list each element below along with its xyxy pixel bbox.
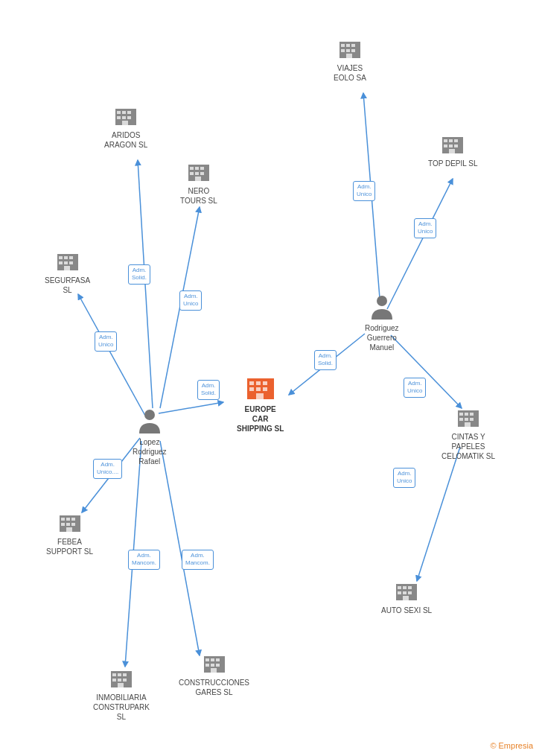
person-icon-rodriguez: [370, 294, 394, 321]
svg-rect-84: [71, 523, 75, 526]
node-rodriguez-guerrero: RodriguezGuerreroManuel: [365, 294, 399, 352]
badge-adm-solid-lopez: Adm.Solid.: [197, 380, 220, 400]
svg-rect-72: [69, 256, 73, 259]
svg-rect-60: [122, 121, 128, 125]
svg-rect-68: [195, 177, 201, 181]
node-top-depil: TOP DEPIL SL: [428, 133, 478, 168]
svg-line-0: [159, 402, 223, 413]
svg-rect-41: [459, 418, 463, 421]
svg-line-10: [391, 335, 462, 408]
svg-rect-71: [64, 256, 68, 259]
svg-rect-47: [403, 586, 406, 589]
svg-rect-55: [122, 111, 126, 114]
svg-rect-52: [403, 596, 409, 600]
badge-adm-unico-segurfasa: Adm.Unico: [95, 331, 117, 352]
building-icon-construcciones: [203, 652, 226, 676]
svg-rect-98: [205, 664, 209, 667]
svg-rect-76: [64, 266, 70, 270]
node-febea-support: FEBEASUPPORT SL: [46, 511, 93, 556]
svg-rect-59: [127, 116, 131, 119]
svg-rect-96: [211, 658, 214, 661]
svg-rect-35: [449, 149, 455, 153]
nero-tours-label: NEROTOURS SL: [180, 186, 217, 206]
building-icon-inmobiliaria: [109, 667, 133, 690]
svg-rect-74: [64, 261, 68, 264]
svg-rect-81: [71, 518, 75, 521]
svg-rect-70: [59, 256, 63, 259]
node-europe-car: EUROPECARSHIPPING SL: [237, 372, 284, 433]
svg-rect-85: [66, 527, 72, 532]
node-segurfasa: SEGURFASASL: [45, 250, 90, 295]
svg-rect-66: [195, 172, 199, 175]
building-icon-febea: [58, 511, 82, 535]
svg-rect-65: [190, 172, 194, 175]
svg-rect-26: [351, 49, 355, 52]
svg-rect-25: [346, 49, 350, 52]
europe-car-label: EUROPECARSHIPPING SL: [237, 404, 284, 433]
svg-rect-15: [263, 381, 267, 385]
badge-adm-solid-rodriguez: Adm.Solid.: [314, 350, 337, 370]
node-nero-tours: NEROTOURS SL: [180, 160, 217, 206]
node-viajes-eolo: VIAJESEOLO SA: [334, 37, 366, 83]
svg-rect-67: [200, 172, 204, 175]
svg-rect-40: [470, 413, 474, 416]
badge-adm-unico-nero: Adm.Unico: [179, 290, 202, 311]
svg-rect-18: [263, 387, 267, 391]
svg-rect-90: [112, 679, 116, 682]
svg-rect-44: [465, 422, 471, 427]
svg-rect-63: [195, 167, 199, 170]
svg-rect-13: [249, 381, 254, 385]
svg-rect-87: [112, 673, 116, 676]
svg-rect-33: [449, 144, 453, 147]
svg-rect-14: [256, 381, 261, 385]
svg-rect-100: [216, 664, 220, 667]
node-aridos-aragon: ARIDOSARAGON SL: [104, 104, 147, 150]
svg-rect-56: [127, 111, 131, 114]
building-icon-aridos: [114, 104, 138, 128]
svg-rect-32: [444, 144, 447, 147]
node-auto-sexi: AUTO SEXI SL: [381, 579, 432, 615]
badge-adm-unico-viajes: Adm.Unico: [353, 181, 375, 201]
svg-rect-97: [216, 658, 220, 661]
inmobiliaria-label: INMOBILIARIACONSTRUPARKSL: [93, 693, 150, 722]
svg-rect-24: [341, 49, 345, 52]
svg-rect-64: [200, 167, 204, 170]
svg-rect-22: [346, 44, 350, 47]
construcciones-gares-label: CONSTRUCCIONESGARES SL: [179, 678, 249, 697]
lopez-rodriguez-label: LopezRodriguezRafael: [133, 437, 167, 466]
svg-rect-31: [454, 139, 458, 142]
svg-rect-49: [398, 591, 401, 594]
svg-rect-79: [61, 518, 65, 521]
svg-rect-46: [398, 586, 401, 589]
building-icon-top-depil: [441, 133, 465, 156]
building-icon-segurfasa: [56, 250, 80, 273]
svg-rect-21: [341, 44, 345, 47]
svg-rect-73: [59, 261, 63, 264]
svg-point-77: [144, 410, 155, 420]
svg-rect-89: [123, 673, 127, 676]
svg-rect-91: [118, 679, 121, 682]
badge-adm-unico-top-depil: Adm.Unico: [414, 218, 436, 238]
badge-adm-unico-auto-sexi: Adm.Unico: [393, 468, 415, 488]
svg-line-9: [387, 179, 453, 309]
svg-line-3: [78, 294, 145, 416]
cintas-papeles-label: CINTAS YPAPELESCELOMATIK SL: [441, 432, 495, 461]
svg-rect-75: [69, 261, 73, 264]
node-inmobiliaria: INMOBILIARIACONSTRUPARKSL: [93, 667, 150, 722]
svg-rect-92: [123, 679, 127, 682]
viajes-eolo-label: VIAJESEOLO SA: [334, 63, 366, 83]
svg-rect-29: [444, 139, 447, 142]
node-cintas-papeles: CINTAS YPAPELESCELOMATIK SL: [441, 406, 495, 461]
node-lopez-rodriguez: LopezRodriguezRafael: [133, 408, 167, 466]
badge-adm-unico-cintas: Adm.Unico: [404, 378, 426, 398]
svg-rect-42: [465, 418, 468, 421]
febea-support-label: FEBEASUPPORT SL: [46, 537, 93, 556]
svg-line-6: [160, 441, 200, 655]
svg-rect-58: [122, 116, 126, 119]
svg-rect-27: [346, 54, 352, 58]
building-icon-auto-sexi: [395, 579, 418, 603]
copyright: © Empresia: [490, 741, 533, 750]
diagram: EUROPECARSHIPPING SL VIAJESEOLO SA TOP: [0, 0, 542, 756]
svg-rect-62: [190, 167, 194, 170]
rodriguez-guerrero-label: RodriguezGuerreroManuel: [365, 323, 399, 352]
